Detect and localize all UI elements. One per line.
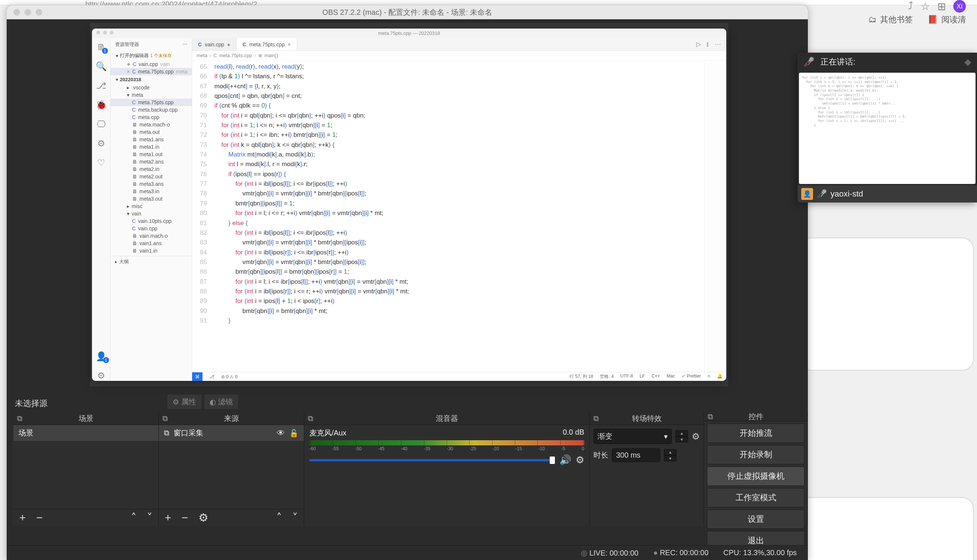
- move-down-button[interactable]: ˅: [147, 511, 152, 524]
- outline-section[interactable]: ▸ 大纲: [110, 256, 192, 267]
- feedback-icon[interactable]: ⎋: [708, 373, 710, 380]
- open-editor-item[interactable]: ●Cvain.cpp vain: [110, 60, 192, 68]
- control-button-3[interactable]: 工作室模式: [707, 488, 805, 507]
- tree-file[interactable]: 🗎 meta1.out: [110, 150, 192, 158]
- speaker-icon[interactable]: 🔊: [559, 454, 571, 466]
- eol-indicator[interactable]: LF: [640, 373, 645, 380]
- more-icon[interactable]: ⋯: [182, 41, 187, 48]
- encoding-indicator[interactable]: UTF-8: [620, 373, 633, 380]
- explorer-icon[interactable]: 🗎1: [97, 42, 106, 52]
- open-editors-section[interactable]: ▾ 打开的编辑器 1 个未保存: [110, 51, 192, 60]
- bookmark-reading[interactable]: 📕阅读清: [928, 14, 966, 25]
- tree-file[interactable]: C vain.10pts.cpp: [110, 217, 192, 225]
- tree-file[interactable]: 🗎 vain1.in: [110, 247, 192, 254]
- remote-indicator[interactable]: ⌘: [192, 372, 203, 381]
- duration-stepper[interactable]: ▴▾: [664, 449, 677, 462]
- more-icon[interactable]: ⋯: [715, 40, 721, 48]
- tree-folder[interactable]: ▸ misc: [110, 202, 192, 210]
- control-button-0[interactable]: 开始推流: [707, 423, 805, 443]
- transition-stepper[interactable]: ▴▾: [675, 430, 688, 442]
- run-icon[interactable]: ▷: [696, 40, 701, 48]
- breadcrumb[interactable]: meta› Cmeta.75pts.cpp› ⊕main(): [192, 51, 726, 60]
- bookmark-other[interactable]: 🗂其他书签: [868, 14, 913, 25]
- meeting-user[interactable]: 👤 🎤̸ yaoxi-std: [797, 185, 977, 202]
- problems-indicator[interactable]: ⊘ 0 ⚠ 0: [221, 374, 237, 379]
- lang-indicator[interactable]: C++: [652, 373, 660, 380]
- control-button-4[interactable]: 设置: [707, 510, 805, 529]
- tree-file[interactable]: C vain.cpp: [110, 225, 192, 232]
- extensions-icon[interactable]: ⚙: [97, 138, 105, 149]
- lock-toggle[interactable]: 🔓: [289, 429, 298, 438]
- indent-indicator[interactable]: 空格: 4: [600, 373, 614, 380]
- source-item[interactable]: ⧉ 窗口采集 👁 🔓: [159, 425, 304, 441]
- tree-folder[interactable]: ▾ vain: [110, 210, 192, 217]
- popout-icon[interactable]: ⧉: [308, 414, 313, 423]
- tree-file[interactable]: 🗎 vain.mach-o: [110, 232, 192, 240]
- puzzle-icon[interactable]: ⊞: [937, 0, 946, 13]
- tree-file[interactable]: 🗎 meta1.in: [110, 143, 192, 150]
- tree-file[interactable]: 🗎 meta3.out: [110, 195, 192, 202]
- open-editor-item[interactable]: ×Cmeta.75pts.cpp meta: [110, 68, 192, 75]
- tab-meta75pts[interactable]: Cmeta.75pts.cpp×: [237, 38, 297, 50]
- remove-button[interactable]: −: [182, 512, 188, 524]
- cursor-position[interactable]: 行 57, 列 18: [569, 373, 593, 380]
- tree-file[interactable]: 🗎 meta2.in: [110, 165, 192, 173]
- minimap[interactable]: [704, 60, 726, 372]
- add-button[interactable]: +: [165, 512, 172, 524]
- branch-indicator[interactable]: ⎇: [209, 374, 214, 379]
- channel-settings-icon[interactable]: ⚙: [576, 454, 584, 466]
- tab-vain[interactable]: Cvain.cpp●: [192, 38, 237, 50]
- move-up-button[interactable]: ˄: [131, 511, 137, 524]
- tree-file[interactable]: 🗎 vain1.ans: [110, 240, 192, 247]
- search-icon[interactable]: 🔍: [96, 61, 107, 72]
- move-down-button[interactable]: ˅: [292, 511, 298, 524]
- tree-folder[interactable]: ▾ meta: [110, 91, 192, 98]
- star-icon[interactable]: ☆: [920, 0, 930, 13]
- tree-file[interactable]: C meta.75pts.cpp: [110, 98, 192, 106]
- control-button-1[interactable]: 开始录制: [707, 445, 805, 464]
- tree-file[interactable]: 🗎 meta2.out: [110, 173, 192, 180]
- folder-section[interactable]: ▾ 20220318: [110, 75, 192, 84]
- popout-icon[interactable]: ⧉: [708, 412, 713, 421]
- transition-settings-icon[interactable]: ⚙: [692, 431, 700, 442]
- tree-file[interactable]: C meta.cpp: [110, 113, 192, 121]
- tree-file[interactable]: C meta.backup.cpp: [110, 106, 192, 113]
- move-up-button[interactable]: ˄: [276, 511, 282, 524]
- scene-item[interactable]: 场景: [13, 425, 158, 441]
- source-control-icon[interactable]: ⎇: [96, 80, 107, 91]
- github-icon[interactable]: ♡: [97, 158, 105, 168]
- add-button[interactable]: +: [19, 512, 26, 524]
- settings-button[interactable]: ⚙: [198, 511, 208, 524]
- profile-avatar[interactable]: Xi: [953, 0, 966, 13]
- filters-button[interactable]: ◐滤镜: [204, 394, 238, 410]
- transition-select[interactable]: 渐变▾: [594, 429, 672, 444]
- tree-file[interactable]: 🗎 meta3.ans: [110, 180, 192, 188]
- mute-icon[interactable]: 🎤̸: [804, 57, 815, 67]
- tree-file[interactable]: 🗎 meta2.ans: [110, 158, 192, 165]
- tree-file[interactable]: 🗎 meta3.in: [110, 188, 192, 195]
- bell-icon[interactable]: 🔔: [717, 373, 722, 380]
- popout-icon[interactable]: ⧉: [162, 414, 168, 423]
- volume-slider[interactable]: [309, 459, 555, 462]
- code-editor[interactable]: 6566676869707172737475767778798081828384…: [192, 60, 726, 372]
- tree-file[interactable]: 🗎 meta.out: [110, 128, 192, 136]
- popout-icon[interactable]: ⧉: [594, 414, 599, 423]
- settings-icon[interactable]: ⚙: [97, 370, 105, 381]
- remove-button[interactable]: −: [37, 512, 43, 524]
- visibility-toggle[interactable]: 👁: [277, 428, 285, 438]
- debug-icon[interactable]: 🐞: [96, 100, 107, 110]
- tree-file[interactable]: 🗎 meta1.ans: [110, 136, 192, 143]
- split-icon[interactable]: ⫿: [706, 41, 710, 48]
- meeting-overlay[interactable]: 🎤̸ 正在讲话: ◆ for (int i = qbl[qbn]; i <= q…: [797, 53, 977, 202]
- tree-file[interactable]: 🗎 meta.mach-o: [110, 121, 192, 128]
- obs-preview[interactable]: meta.75pts.cpp — 20220318 🗎1 🔍 ⎇ 🐞 🖵 ⚙ ♡…: [90, 23, 728, 387]
- tree-folder[interactable]: ▸ .vscode: [110, 84, 192, 91]
- properties-button[interactable]: ⚙属性: [167, 394, 202, 410]
- control-button-2[interactable]: 停止虚拟摄像机: [707, 467, 805, 486]
- send-icon[interactable]: ⤴: [908, 0, 913, 12]
- remote-icon[interactable]: 🖵: [97, 119, 106, 130]
- duration-input[interactable]: 300 ms: [612, 448, 660, 462]
- formatter-indicator[interactable]: ✓ Prettier: [682, 373, 701, 380]
- account-icon[interactable]: 👤1: [96, 351, 107, 362]
- popout-icon[interactable]: ⧉: [17, 414, 22, 423]
